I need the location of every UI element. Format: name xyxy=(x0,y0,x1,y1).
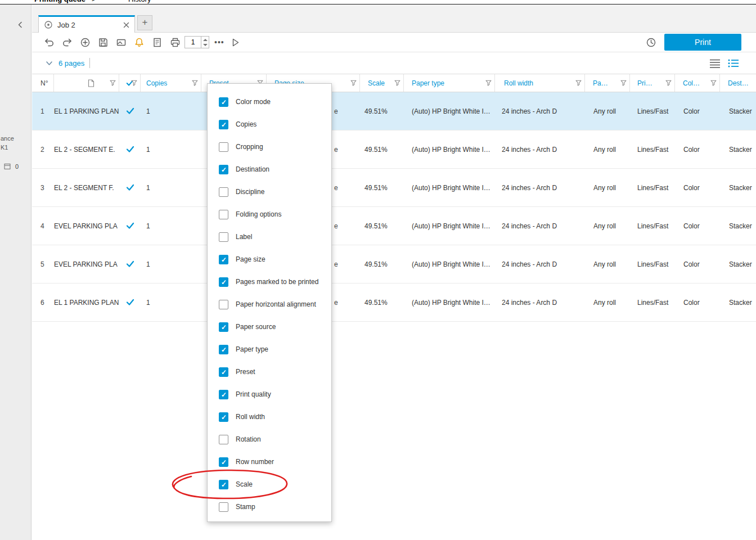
checkbox[interactable] xyxy=(219,322,228,332)
copies-cell[interactable]: 1 xyxy=(141,146,201,154)
column-menu-item[interactable]: Paper source xyxy=(208,316,331,338)
checkbox[interactable] xyxy=(219,232,228,242)
copies-cell[interactable]: 1 xyxy=(141,222,201,230)
header-color-mode[interactable]: Col… xyxy=(675,74,720,92)
checkbox[interactable] xyxy=(219,210,228,219)
header-copies[interactable]: Copies xyxy=(141,74,201,92)
column-menu-item[interactable]: Roll width xyxy=(208,406,331,428)
column-menu-item[interactable]: Color mode xyxy=(208,91,331,113)
page-stepper[interactable] xyxy=(201,36,209,48)
header-roll-width[interactable]: Roll width xyxy=(495,74,585,92)
column-menu-item[interactable]: Scale xyxy=(208,473,331,496)
column-menu-item[interactable]: Paper horizontal alignment xyxy=(208,293,331,316)
checkbox[interactable] xyxy=(219,412,228,422)
copies-cell[interactable]: 1 xyxy=(141,260,201,268)
column-menu-item[interactable]: Row number xyxy=(208,451,331,473)
checkbox[interactable] xyxy=(219,255,228,264)
filter-icon[interactable] xyxy=(710,80,717,86)
column-menu-item[interactable]: Folding options xyxy=(208,203,331,226)
schedule-icon[interactable] xyxy=(646,37,656,48)
table-row[interactable]: 4 EVEL PARKING PLA 1 e 49.51% (Auto) HP … xyxy=(32,207,756,245)
column-menu-item[interactable]: Copies xyxy=(208,113,331,136)
stepper-down-icon[interactable] xyxy=(201,42,209,48)
column-menu-item[interactable]: Pages marked to be printed xyxy=(208,271,331,293)
column-menu-item[interactable]: Rotation xyxy=(208,428,331,451)
stepper-up-icon[interactable] xyxy=(201,37,209,42)
checkbox[interactable] xyxy=(219,367,228,377)
checkbox[interactable] xyxy=(219,502,228,512)
header-print-quality[interactable]: Pri… xyxy=(630,74,675,92)
filter-icon[interactable] xyxy=(192,80,198,86)
column-menu-item[interactable]: Cropping xyxy=(208,136,331,158)
filter-icon[interactable] xyxy=(620,80,627,86)
checkbox[interactable] xyxy=(219,457,228,467)
copies-cell[interactable]: 1 xyxy=(141,184,201,192)
checkbox[interactable] xyxy=(219,187,228,197)
checkbox[interactable] xyxy=(219,165,228,174)
list-view-icon[interactable] xyxy=(728,58,739,68)
filter-icon[interactable] xyxy=(350,80,357,86)
tab-job-2[interactable]: Job 2 xyxy=(38,15,135,33)
column-menu-item[interactable]: Label xyxy=(208,226,331,248)
marked-cell[interactable] xyxy=(119,107,141,115)
header-paper-type[interactable]: Paper type xyxy=(404,74,495,92)
filter-icon[interactable] xyxy=(485,80,492,86)
checkbox[interactable] xyxy=(219,390,228,399)
more-options-button[interactable]: ••• xyxy=(214,38,224,47)
header-scale[interactable]: Scale xyxy=(360,74,404,92)
copies-cell[interactable]: 1 xyxy=(141,107,201,115)
close-icon[interactable] xyxy=(123,22,129,28)
filter-icon[interactable] xyxy=(394,80,400,86)
marked-cell[interactable] xyxy=(119,146,141,153)
filter-icon[interactable] xyxy=(665,80,672,86)
checkbox[interactable] xyxy=(219,120,228,129)
image-icon[interactable] xyxy=(116,37,127,48)
breadcrumb-history[interactable]: History xyxy=(128,0,151,3)
header-row-number[interactable]: N° xyxy=(37,74,54,92)
table-row[interactable]: 5 EVEL PARKING PLA 1 e 49.51% (Auto) HP … xyxy=(32,245,756,284)
checkbox[interactable] xyxy=(219,97,228,107)
checkbox[interactable] xyxy=(219,480,228,489)
marked-cell[interactable] xyxy=(119,299,141,306)
rows-view-icon[interactable] xyxy=(709,58,721,68)
collapse-chevron-icon[interactable] xyxy=(16,20,25,29)
copies-cell[interactable]: 1 xyxy=(141,299,201,307)
filter-icon[interactable] xyxy=(110,80,116,86)
header-thumbnail[interactable] xyxy=(54,74,119,92)
table-row[interactable]: 2 EL 2 - SEGMENT E. 1 e 49.51% (Auto) HP… xyxy=(32,130,756,169)
marked-cell[interactable] xyxy=(119,260,141,268)
table-row[interactable]: 3 EL 2 - SEGMENT F. 1 e 49.51% (Auto) HP… xyxy=(32,169,756,207)
table-row[interactable]: 1 EL 1 PARKING PLAN 1 e 49.51% (Auto) HP… xyxy=(32,92,756,130)
document-icon[interactable] xyxy=(152,37,163,48)
add-page-icon[interactable] xyxy=(80,37,91,48)
chevron-down-icon[interactable] xyxy=(45,59,53,68)
printer-icon[interactable] xyxy=(170,37,181,48)
checkbox[interactable] xyxy=(219,277,228,287)
checkbox[interactable] xyxy=(219,300,228,309)
checkbox[interactable] xyxy=(219,345,228,354)
marked-cell[interactable] xyxy=(119,184,141,191)
column-menu-item[interactable]: Preset xyxy=(208,361,331,383)
column-menu-item[interactable]: Discipline xyxy=(208,181,331,203)
page-number-input[interactable] xyxy=(184,36,201,48)
header-destination[interactable]: Dest… xyxy=(720,74,756,92)
breadcrumb-printing-queue[interactable]: Printing queue xyxy=(34,0,86,3)
print-button[interactable]: Print xyxy=(664,34,741,51)
table-row[interactable]: 6 EL 1 PARKING PLAN 1 e 49.51% (Auto) HP… xyxy=(32,284,756,322)
notifications-icon[interactable] xyxy=(134,37,145,48)
undo-icon[interactable] xyxy=(44,37,55,48)
checkbox[interactable] xyxy=(219,142,228,152)
filter-icon[interactable] xyxy=(131,80,137,86)
column-menu-item[interactable]: Stamp xyxy=(208,496,331,518)
header-paper-source[interactable]: Pa… xyxy=(585,74,630,92)
header-marked[interactable] xyxy=(119,74,141,92)
filter-icon[interactable] xyxy=(575,80,582,86)
checkbox[interactable] xyxy=(219,435,228,444)
preflight-icon[interactable] xyxy=(230,37,241,48)
save-icon[interactable] xyxy=(98,37,109,48)
column-menu-item[interactable]: Paper type xyxy=(208,338,331,361)
marked-cell[interactable] xyxy=(119,222,141,230)
redo-icon[interactable] xyxy=(62,37,73,48)
column-menu-item[interactable]: Print quality xyxy=(208,383,331,406)
new-tab-button[interactable]: + xyxy=(137,15,152,30)
